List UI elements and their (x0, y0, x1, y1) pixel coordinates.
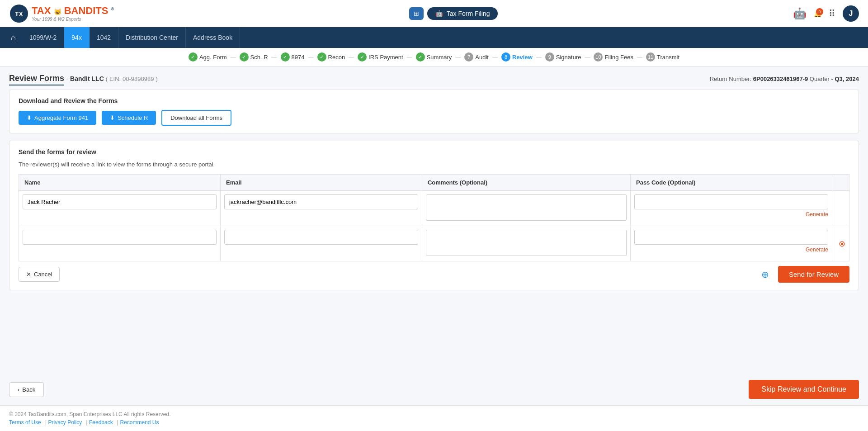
row2-comments-cell (422, 226, 630, 261)
row1-email-cell (220, 191, 422, 226)
page-title: Review Forms - Bandit LLC ( EIN: 00-9898… (9, 74, 158, 83)
footer-copyright: © 2024 TaxBandits.com, Span Enterprises … (9, 411, 859, 417)
step-num-8: 8 (501, 52, 510, 62)
skip-button[interactable]: Skip Review and Continue (749, 380, 859, 399)
col-header-name: Name (19, 175, 221, 191)
header-center: ⊞ 🤖 Tax Form Filing (409, 7, 498, 20)
review-section: Send the forms for review The reviewer(s… (9, 141, 859, 290)
footer-terms-link[interactable]: Terms of Use (9, 419, 41, 426)
download-all-button[interactable]: Download all Forms (161, 110, 231, 126)
row1-passcode-input[interactable] (634, 194, 828, 209)
step-recon[interactable]: ✓ Recon (317, 52, 345, 62)
add-row-button[interactable]: ⊕ (761, 269, 769, 280)
download-buttons: ⬇ Aggregate Form 941 ⬇ Schedule R Downlo… (19, 110, 849, 126)
step-signature[interactable]: 9 Signature (545, 52, 581, 62)
step-num-9: 9 (545, 52, 554, 62)
step-check-5: ✓ (358, 52, 367, 62)
user-avatar[interactable]: J (843, 5, 859, 22)
top-header: TX TAX 🐱 BANDITS ® Your 1099 & W2 Expert… (0, 0, 868, 27)
aggregate-form-button[interactable]: ⬇ Aggregate Form 941 (19, 111, 96, 125)
row2-email-input[interactable] (224, 230, 418, 245)
footer-links: Terms of Use | Privacy Policy | Feedback… (9, 419, 859, 426)
step-check-6: ✓ (416, 52, 425, 62)
remove-row-2-button[interactable]: ⊗ (839, 239, 845, 249)
step-agg-form[interactable]: ✓ Agg. Form (189, 52, 227, 62)
step-review[interactable]: 8 Review (501, 52, 533, 62)
row2-comments-textarea[interactable] (426, 230, 627, 256)
send-for-review-button[interactable]: Send for Review (778, 266, 849, 283)
nav-item-distribution[interactable]: Distribution Center (118, 27, 186, 48)
reviewer-table: Name Email Comments (Optional) Pass Code… (19, 174, 849, 261)
step-num-10: 10 (594, 52, 603, 62)
remove-icon: ⊗ (839, 239, 845, 249)
step-audit[interactable]: 7 Audit (464, 52, 489, 62)
reviewer-row-1: Generate (19, 191, 849, 226)
row2-generate-link[interactable]: Generate (634, 246, 828, 253)
title-row: Review Forms - Bandit LLC ( EIN: 00-9898… (9, 74, 859, 83)
row1-passcode-cell: Generate (630, 191, 832, 226)
footer: © 2024 TaxBandits.com, Span Enterprises … (0, 405, 868, 431)
download-icon-1: ⬇ (27, 114, 32, 121)
step-filing-fees[interactable]: 10 Filing Fees (594, 52, 633, 62)
step-check-4: ✓ (317, 52, 326, 62)
add-icon: ⊕ (761, 270, 769, 279)
notification-badge: 0 (816, 8, 823, 15)
nav-item-1099[interactable]: 1099/W-2 (22, 27, 64, 48)
step-check-1: ✓ (189, 52, 198, 62)
row2-passcode-cell: Generate (630, 226, 832, 261)
reviewer-row-2: Generate ⊗ (19, 226, 849, 261)
footer-feedback-link[interactable]: Feedback (89, 419, 113, 426)
row2-email-cell (220, 226, 422, 261)
row1-email-input[interactable] (224, 194, 418, 209)
row1-comments-textarea[interactable] (426, 194, 627, 221)
cancel-button[interactable]: ✕ Cancel (19, 267, 60, 282)
step-num-7: 7 (464, 52, 473, 62)
app-grid-icon[interactable]: ⠿ (829, 8, 835, 19)
row1-name-cell (19, 191, 221, 226)
row2-name-cell (19, 226, 221, 261)
col-header-passcode: Pass Code (Optional) (630, 175, 832, 191)
robot-icon: 🤖 (435, 10, 443, 17)
row2-action-cell: ⊗ (832, 226, 849, 261)
nav-item-94x[interactable]: 94x (64, 27, 90, 48)
footer-recommend-link[interactable]: Recommend Us (120, 419, 159, 426)
robot-avatar: 🤖 (793, 7, 807, 20)
step-irs-payment[interactable]: ✓ IRS Payment (358, 52, 403, 62)
row1-comments-cell (422, 191, 630, 226)
logo: TX TAX 🐱 BANDITS ® Your 1099 & W2 Expert… (9, 4, 114, 24)
return-info: Return Number: 6P0026332461967-9 Quarter… (710, 76, 859, 82)
nav-item-address[interactable]: Address Book (186, 27, 240, 48)
nav-item-1042[interactable]: 1042 (90, 27, 118, 48)
header-right: 🤖 🔔 0 ⠿ J (793, 5, 859, 22)
row2-name-input[interactable] (23, 230, 217, 245)
schedule-r-button[interactable]: ⬇ Schedule R (102, 111, 156, 125)
step-num-11: 11 (646, 52, 655, 62)
step-sch-r[interactable]: ✓ Sch. R (240, 52, 268, 62)
row1-action-cell (832, 191, 849, 226)
grid-button[interactable]: ⊞ (409, 7, 424, 20)
step-transmit[interactable]: 11 Transmit (646, 52, 679, 62)
row1-generate-link[interactable]: Generate (634, 211, 828, 218)
step-check-2: ✓ (240, 52, 249, 62)
notification-icon[interactable]: 🔔 0 (814, 10, 821, 17)
back-button[interactable]: ‹ Back (9, 382, 44, 397)
step-wizard: ✓ Agg. Form — ✓ Sch. R — ✓ 8974 — ✓ Reco… (0, 48, 868, 66)
review-section-title: Send the forms for review (19, 148, 849, 156)
logo-icon: TX (9, 4, 29, 24)
col-header-email: Email (220, 175, 422, 191)
col-header-comments: Comments (Optional) (422, 175, 630, 191)
page-content: Review Forms - Bandit LLC ( EIN: 00-9898… (0, 66, 868, 374)
bottom-nav: ‹ Back Skip Review and Continue (0, 374, 868, 405)
download-section: Download and Review the Forms ⬇ Aggregat… (9, 90, 859, 133)
step-summary[interactable]: ✓ Summary (416, 52, 452, 62)
tax-form-filing-button[interactable]: 🤖 Tax Form Filing (427, 7, 498, 20)
row2-passcode-input[interactable] (634, 230, 828, 245)
nav-bar: ⌂ 1099/W-2 94x 1042 Distribution Center … (0, 27, 868, 48)
form-actions: ✕ Cancel ⊕ Send for Review (19, 266, 849, 283)
footer-privacy-link[interactable]: Privacy Policy (48, 419, 82, 426)
right-actions: ⊕ Send for Review (761, 266, 849, 283)
row1-name-input[interactable] (23, 194, 217, 209)
nav-home[interactable]: ⌂ (5, 33, 22, 43)
back-icon: ‹ (18, 386, 19, 393)
step-8974[interactable]: ✓ 8974 (281, 52, 305, 62)
